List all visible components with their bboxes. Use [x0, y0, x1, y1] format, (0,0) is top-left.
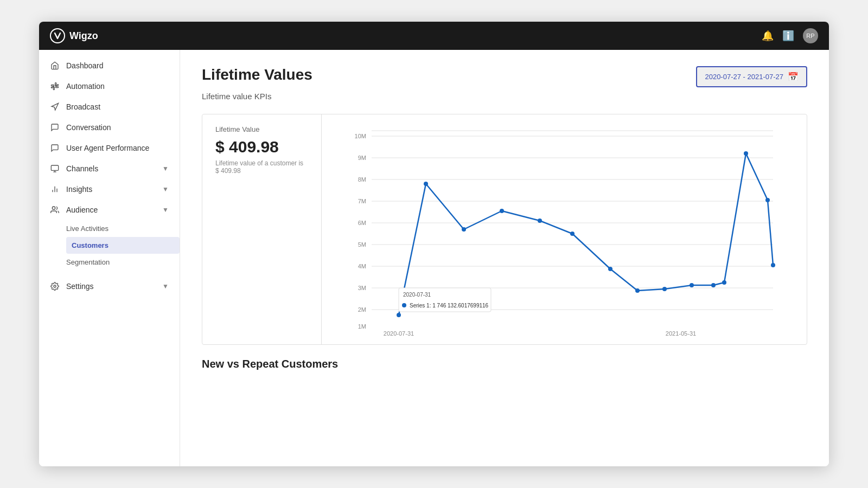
sidebar-item-channels[interactable]: Channels ▼: [39, 158, 180, 179]
svg-marker-0: [52, 103, 59, 110]
kpi-desc: Lifetime value of a customer is $ 409.98: [215, 159, 308, 175]
svg-point-7: [52, 207, 55, 209]
calendar-icon: 📅: [788, 72, 799, 82]
logo: Wigzo: [50, 28, 98, 43]
sidebar-item-conversation[interactable]: Conversation: [39, 117, 180, 138]
svg-point-43: [744, 151, 748, 156]
line-chart: 10M 9M 8M 7M 6M 5M 4M 3M 2M 1M 2020-07-3…: [327, 120, 796, 337]
kpi-label: Lifetime Value: [215, 125, 308, 133]
svg-point-48: [402, 303, 406, 307]
main-content: Lifetime Values 2020-07-27 - 2021-07-27 …: [180, 50, 829, 466]
svg-text:3M: 3M: [358, 285, 366, 291]
conversation-icon: [50, 123, 60, 132]
sidebar-item-broadcast[interactable]: Broadcast: [39, 97, 180, 117]
kpi-value: $ 409.98: [215, 138, 308, 156]
automation-icon: [50, 81, 60, 91]
svg-text:2021-05-31: 2021-05-31: [666, 330, 696, 337]
svg-text:10M: 10M: [355, 133, 366, 139]
page-subtitle: Lifetime value KPIs: [202, 92, 807, 101]
sidebar-item-dashboard[interactable]: Dashboard: [39, 55, 180, 76]
svg-point-42: [722, 280, 726, 285]
svg-text:5M: 5M: [358, 241, 366, 248]
audience-chevron: ▼: [162, 206, 169, 214]
broadcast-icon: [50, 102, 60, 112]
svg-point-31: [397, 313, 401, 317]
channels-icon: [50, 164, 60, 174]
sidebar-item-live-activities[interactable]: Live Activities: [66, 220, 180, 237]
sidebar-item-automation[interactable]: Automation: [39, 76, 180, 97]
svg-point-8: [54, 285, 56, 287]
svg-text:1M: 1M: [358, 323, 366, 330]
header-icons: 🔔 ℹ️ RP: [762, 28, 818, 43]
svg-point-44: [765, 198, 770, 202]
user-agent-icon: [50, 143, 60, 153]
header: Wigzo 🔔 ℹ️ RP: [39, 22, 829, 50]
svg-point-36: [570, 232, 575, 236]
sidebar-item-insights[interactable]: Insights ▼: [39, 179, 180, 200]
svg-point-40: [690, 283, 694, 287]
avatar[interactable]: RP: [803, 28, 818, 43]
svg-point-32: [424, 182, 428, 186]
svg-point-35: [538, 219, 542, 223]
new-repeat-title: New vs Repeat Customers: [202, 358, 807, 370]
svg-text:2M: 2M: [358, 306, 366, 313]
home-icon: [50, 61, 60, 70]
insights-chevron: ▼: [162, 185, 169, 193]
svg-point-39: [662, 287, 667, 291]
page-header: Lifetime Values 2020-07-27 - 2021-07-27 …: [202, 66, 807, 87]
settings-chevron: ▼: [162, 282, 169, 290]
svg-text:6M: 6M: [358, 220, 366, 226]
info-icon[interactable]: ℹ️: [782, 30, 794, 42]
svg-point-41: [711, 283, 716, 287]
svg-point-45: [771, 263, 775, 267]
logo-icon: [50, 28, 65, 43]
svg-point-34: [500, 209, 504, 213]
insights-icon: [50, 184, 60, 194]
audience-submenu: Live Activities Customers Segmentation: [39, 220, 180, 271]
sidebar-item-customers[interactable]: Customers: [66, 237, 180, 254]
svg-text:2020-07-31: 2020-07-31: [384, 330, 414, 337]
sidebar-item-audience[interactable]: Audience ▼: [39, 200, 180, 220]
sidebar-item-settings[interactable]: Settings ▼: [39, 276, 180, 297]
svg-text:7M: 7M: [358, 198, 366, 204]
svg-point-33: [462, 227, 466, 232]
date-picker-button[interactable]: 2020-07-27 - 2021-07-27 📅: [696, 66, 807, 87]
svg-text:4M: 4M: [358, 263, 366, 269]
sidebar-item-user-agent[interactable]: User Agent Performance: [39, 138, 180, 158]
kpi-card: Lifetime Value $ 409.98 Lifetime value o…: [202, 114, 322, 344]
audience-icon: [50, 205, 60, 215]
sidebar-item-segmentation[interactable]: Segmentation: [66, 254, 180, 271]
notification-icon[interactable]: 🔔: [762, 30, 774, 42]
svg-point-38: [635, 288, 640, 293]
svg-text:9M: 9M: [358, 155, 366, 161]
page-title: Lifetime Values: [202, 66, 312, 84]
body: Dashboard Automation Broadcast: [39, 50, 829, 466]
channels-chevron: ▼: [162, 165, 169, 172]
sidebar: Dashboard Automation Broadcast: [39, 50, 180, 466]
svg-point-37: [608, 267, 612, 271]
chart-area: 10M 9M 8M 7M 6M 5M 4M 3M 2M 1M 2020-07-3…: [322, 114, 807, 344]
svg-text:2020-07-31: 2020-07-31: [403, 292, 431, 298]
svg-text:8M: 8M: [358, 176, 366, 183]
svg-text:Series 1: 1 746 132.6017699116: Series 1: 1 746 132.6017699116: [410, 303, 489, 309]
svg-rect-1: [51, 165, 58, 170]
settings-icon: [50, 281, 60, 291]
